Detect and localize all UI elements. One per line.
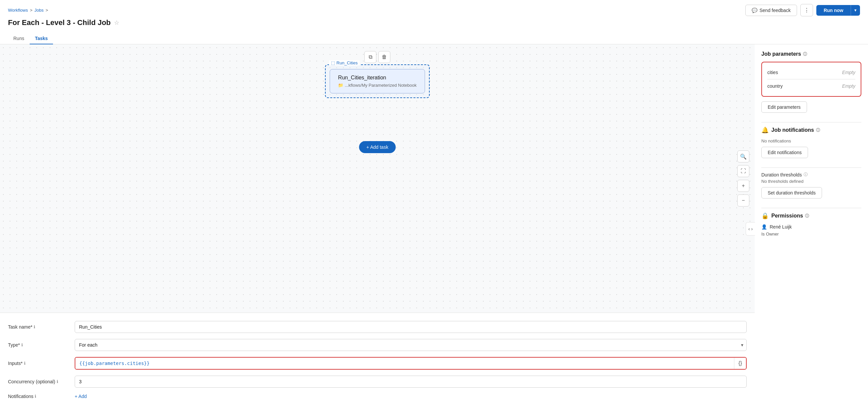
job-parameters-header: Job parameters ⓘ — [761, 51, 861, 57]
run-button-group: Run now ▾ — [816, 5, 860, 16]
notifications-info-icon: ℹ — [35, 394, 36, 399]
notifications-add-link[interactable]: + Add — [75, 394, 747, 399]
permissions-header: 🔒 Permissions ⓘ — [761, 212, 861, 219]
permissions-user-name: René Luijk — [770, 224, 792, 230]
favorite-icon[interactable]: ☆ — [114, 19, 119, 26]
user-icon: 👤 — [761, 224, 767, 230]
job-notifications-header: 🔔 Job notifications ⓘ — [761, 126, 861, 134]
permissions-section-icon: 🔒 — [761, 212, 769, 219]
concurrency-info-icon: ℹ — [57, 379, 58, 384]
param-cities-row: cities Empty — [767, 68, 855, 77]
cluster-icon: ⬚ — [331, 60, 335, 65]
inputs-input[interactable] — [75, 358, 734, 369]
folder-icon: 📁 — [338, 83, 343, 88]
param-cities-key: cities — [767, 70, 778, 75]
more-options-button[interactable]: ⋮ — [800, 4, 813, 16]
edit-parameters-button[interactable]: Edit parameters — [761, 101, 807, 113]
task-name-row: Task name* ℹ — [8, 321, 747, 333]
delete-task-button[interactable]: 🗑 — [378, 51, 390, 63]
type-select-wrap: For each Notebook Python Script ▾ — [75, 339, 747, 351]
concurrency-row: Concurrency (optional) ℹ — [8, 376, 747, 388]
divider-2 — [761, 168, 861, 168]
duration-status: No thresholds defined — [761, 179, 861, 184]
canvas-search-button[interactable]: 🔍 — [737, 150, 749, 163]
tab-runs[interactable]: Runs — [8, 33, 30, 45]
task-name-label: Task name* ℹ — [8, 324, 68, 330]
breadcrumb: Workflows > Jobs > — [8, 8, 48, 13]
feedback-icon: 💬 — [752, 8, 757, 13]
task-form: Task name* ℹ Type* ℹ For each — [0, 313, 755, 413]
param-country-key: country — [767, 83, 783, 89]
type-label: Type* ℹ — [8, 342, 68, 348]
panel-toggle-button[interactable]: ‹ › — [746, 222, 755, 236]
tab-tasks[interactable]: Tasks — [30, 33, 53, 45]
inputs-label: Inputs* ℹ — [8, 361, 68, 366]
canvas-zoom-out-button[interactable]: − — [737, 195, 749, 206]
inputs-code-button[interactable]: {} — [734, 358, 746, 369]
task-name-input[interactable] — [75, 321, 747, 333]
job-parameters-title: Job parameters ⓘ — [761, 51, 807, 57]
inputs-info-icon: ℹ — [24, 361, 26, 365]
task-node-label: ⬚ Run_Cities — [329, 60, 360, 65]
type-select[interactable]: For each Notebook Python Script — [75, 339, 747, 351]
concurrency-label: Concurrency (optional) ℹ — [8, 379, 68, 384]
run-now-button[interactable]: Run now — [816, 5, 851, 16]
job-notifications-info-icon: ⓘ — [816, 127, 820, 133]
run-dropdown-button[interactable]: ▾ — [851, 5, 860, 16]
type-row: Type* ℹ For each Notebook Python Script … — [8, 339, 747, 351]
task-node-path: 📁 ...kflows/My Parameterized Notebook — [338, 83, 416, 88]
param-divider — [767, 79, 855, 80]
canvas-tools: 🔍 ⛶ + − — [737, 150, 749, 206]
inputs-field-wrap: {} — [75, 357, 747, 370]
breadcrumb-jobs[interactable]: Jobs — [34, 8, 43, 13]
notifications-section-icon: 🔔 — [761, 126, 769, 134]
permissions-section: 🔒 Permissions ⓘ 👤 René Luijk Is Owner — [761, 212, 861, 237]
canvas-zoom-in-button[interactable]: + — [737, 180, 749, 192]
job-parameters-section: Job parameters ⓘ cities Empty country Em… — [761, 51, 861, 113]
duration-thresholds-section: Duration thresholds ⓘ No thresholds defi… — [761, 172, 861, 199]
param-country-val: Empty — [842, 83, 855, 89]
task-node-container: ⬚ Run_Cities Run_Cities_iteration 📁 ...k… — [325, 64, 429, 98]
right-panel: Job parameters ⓘ cities Empty country Em… — [755, 45, 868, 413]
divider-3 — [761, 208, 861, 208]
notifications-row: Notifications ℹ + Add — [8, 394, 747, 399]
task-name-info-icon: ℹ — [34, 325, 35, 329]
breadcrumb-sep2: > — [46, 8, 48, 13]
type-info-icon: ℹ — [21, 343, 23, 347]
notifications-add-wrap: + Add — [75, 394, 747, 399]
concurrency-field-wrap — [75, 376, 747, 388]
set-duration-thresholds-button[interactable]: Set duration thresholds — [761, 187, 822, 199]
edit-notifications-button[interactable]: Edit notifications — [761, 147, 808, 158]
permissions-user-role: Is Owner — [761, 232, 861, 237]
tabs: Runs Tasks — [0, 29, 868, 45]
permissions-title: Permissions ⓘ — [771, 213, 809, 219]
job-parameters-info-icon: ⓘ — [803, 51, 807, 57]
inputs-row: Inputs* ℹ {} — [8, 357, 747, 370]
job-notifications-title: Job notifications ⓘ — [771, 127, 820, 133]
job-parameters-box: cities Empty country Empty — [761, 62, 861, 97]
task-canvas: ⧉ 🗑 ⬚ Run_Cities Run_Cities_iteration 📁 — [0, 45, 755, 313]
duration-thresholds-info-icon: ⓘ — [804, 172, 808, 177]
param-cities-val: Empty — [842, 70, 855, 75]
task-inner-node[interactable]: Run_Cities_iteration 📁 ...kflows/My Para… — [330, 69, 425, 93]
notifications-status: No notifications — [761, 139, 861, 143]
notifications-label: Notifications ℹ — [8, 394, 68, 399]
canvas-fullscreen-button[interactable]: ⛶ — [737, 165, 749, 177]
task-name-field-wrap — [75, 321, 747, 333]
copy-task-button[interactable]: ⧉ — [364, 51, 376, 63]
permissions-user-row: 👤 René Luijk — [761, 224, 861, 230]
duration-thresholds-title: Duration thresholds ⓘ — [761, 172, 861, 177]
page-title: For Each - Level 3 - Child Job — [8, 18, 111, 27]
divider-1 — [761, 122, 861, 122]
param-country-row: country Empty — [767, 81, 855, 91]
add-task-button[interactable]: + Add task — [359, 141, 396, 153]
permissions-info-icon: ⓘ — [805, 213, 809, 219]
concurrency-input[interactable] — [75, 376, 747, 388]
send-feedback-button[interactable]: 💬 Send feedback — [745, 5, 797, 16]
breadcrumb-workflows[interactable]: Workflows — [8, 8, 28, 13]
job-notifications-section: 🔔 Job notifications ⓘ No notifications E… — [761, 126, 861, 158]
task-node-name: Run_Cities_iteration — [338, 75, 416, 81]
breadcrumb-sep1: > — [30, 8, 33, 13]
